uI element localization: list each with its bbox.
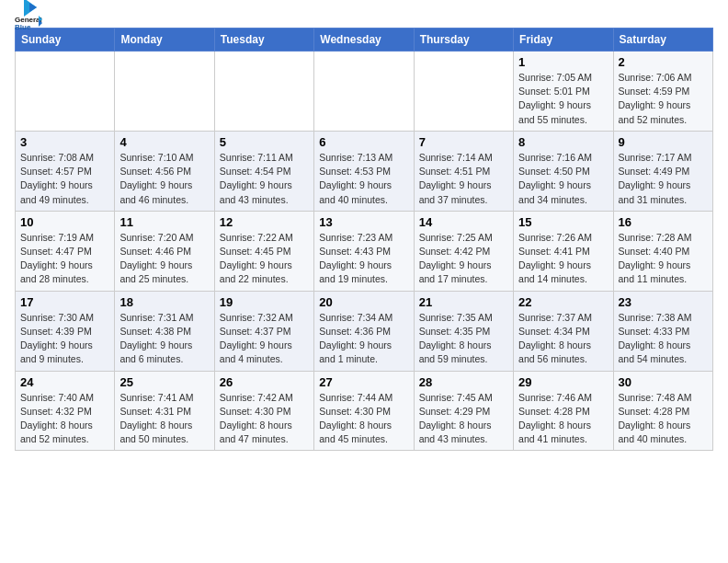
calendar-cell: 7Sunrise: 7:14 AM Sunset: 4:51 PM Daylig… [414,131,513,211]
day-number: 12 [220,215,309,229]
day-info: Sunrise: 7:20 AM Sunset: 4:46 PM Dayligh… [119,231,209,287]
day-number: 9 [619,135,708,149]
calendar-cell: 15Sunrise: 7:26 AM Sunset: 4:41 PM Dayli… [514,211,613,291]
day-number: 21 [419,295,508,309]
calendar-cell: 2Sunrise: 7:06 AM Sunset: 4:59 PM Daylig… [613,52,712,132]
day-info: Sunrise: 7:46 AM Sunset: 4:28 PM Dayligh… [518,391,608,447]
calendar-week-row: 10Sunrise: 7:19 AM Sunset: 4:47 PM Dayli… [16,211,713,291]
day-info: Sunrise: 7:19 AM Sunset: 4:47 PM Dayligh… [20,231,109,287]
calendar-cell: 14Sunrise: 7:25 AM Sunset: 4:42 PM Dayli… [414,211,513,291]
calendar-cell: 22Sunrise: 7:37 AM Sunset: 4:34 PM Dayli… [514,291,613,371]
day-number: 16 [619,215,708,229]
calendar-cell: 21Sunrise: 7:35 AM Sunset: 4:35 PM Dayli… [414,291,513,371]
calendar-header-row: SundayMondayTuesdayWednesdayThursdayFrid… [16,29,713,52]
calendar-cell: 18Sunrise: 7:31 AM Sunset: 4:38 PM Dayli… [115,291,214,371]
calendar-cell: 11Sunrise: 7:20 AM Sunset: 4:46 PM Dayli… [115,211,214,291]
day-info: Sunrise: 7:38 AM Sunset: 4:33 PM Dayligh… [619,311,708,367]
calendar-cell: 19Sunrise: 7:32 AM Sunset: 4:37 PM Dayli… [214,291,313,371]
calendar-cell: 30Sunrise: 7:48 AM Sunset: 4:28 PM Dayli… [613,371,712,451]
day-info: Sunrise: 7:14 AM Sunset: 4:51 PM Dayligh… [419,151,508,207]
svg-marker-5 [29,3,37,12]
weekday-header: Sunday [16,29,115,52]
day-number: 26 [220,375,309,389]
day-info: Sunrise: 7:25 AM Sunset: 4:42 PM Dayligh… [419,231,508,287]
calendar-cell: 3Sunrise: 7:08 AM Sunset: 4:57 PM Daylig… [16,131,115,211]
calendar-cell: 25Sunrise: 7:41 AM Sunset: 4:31 PM Dayli… [115,371,214,451]
calendar-week-row: 17Sunrise: 7:30 AM Sunset: 4:39 PM Dayli… [16,291,713,371]
calendar-table: SundayMondayTuesdayWednesdayThursdayFrid… [15,28,713,451]
day-info: Sunrise: 7:42 AM Sunset: 4:30 PM Dayligh… [220,391,309,447]
calendar-cell: 10Sunrise: 7:19 AM Sunset: 4:47 PM Dayli… [16,211,115,291]
day-number: 29 [518,375,608,389]
weekday-header: Tuesday [214,29,313,52]
day-number: 2 [619,55,708,69]
day-number: 7 [419,135,508,149]
calendar-cell: 20Sunrise: 7:34 AM Sunset: 4:36 PM Dayli… [314,291,414,371]
day-number: 30 [619,375,708,389]
day-info: Sunrise: 7:05 AM Sunset: 5:01 PM Dayligh… [518,71,608,127]
calendar-cell: 4Sunrise: 7:10 AM Sunset: 4:56 PM Daylig… [115,131,214,211]
weekday-header: Friday [514,29,613,52]
calendar-cell: 1Sunrise: 7:05 AM Sunset: 5:01 PM Daylig… [514,52,613,132]
day-number: 23 [619,295,708,309]
logo: General Blue [15,15,42,20]
calendar-cell: 17Sunrise: 7:30 AM Sunset: 4:39 PM Dayli… [16,291,115,371]
day-info: Sunrise: 7:45 AM Sunset: 4:29 PM Dayligh… [419,391,508,447]
day-info: Sunrise: 7:22 AM Sunset: 4:45 PM Dayligh… [220,231,309,287]
calendar-cell: 12Sunrise: 7:22 AM Sunset: 4:45 PM Dayli… [214,211,313,291]
calendar-cell [314,52,414,132]
weekday-header: Wednesday [314,29,414,52]
calendar-cell: 27Sunrise: 7:44 AM Sunset: 4:30 PM Dayli… [314,371,414,451]
day-number: 8 [518,135,608,149]
calendar-cell: 5Sunrise: 7:11 AM Sunset: 4:54 PM Daylig… [214,131,313,211]
day-info: Sunrise: 7:34 AM Sunset: 4:36 PM Dayligh… [319,311,408,367]
day-info: Sunrise: 7:10 AM Sunset: 4:56 PM Dayligh… [119,151,209,207]
day-number: 5 [220,135,309,149]
day-info: Sunrise: 7:06 AM Sunset: 4:59 PM Dayligh… [619,71,708,127]
day-number: 28 [419,375,508,389]
day-info: Sunrise: 7:37 AM Sunset: 4:34 PM Dayligh… [518,311,608,367]
day-info: Sunrise: 7:16 AM Sunset: 4:50 PM Dayligh… [518,151,608,207]
calendar-cell: 23Sunrise: 7:38 AM Sunset: 4:33 PM Dayli… [613,291,712,371]
day-info: Sunrise: 7:35 AM Sunset: 4:35 PM Dayligh… [419,311,508,367]
day-number: 4 [119,135,209,149]
day-number: 6 [319,135,408,149]
day-info: Sunrise: 7:08 AM Sunset: 4:57 PM Dayligh… [20,151,109,207]
day-number: 13 [319,215,408,229]
day-number: 27 [319,375,408,389]
day-info: Sunrise: 7:31 AM Sunset: 4:38 PM Dayligh… [119,311,209,367]
day-number: 25 [119,375,209,389]
calendar-week-row: 24Sunrise: 7:40 AM Sunset: 4:32 PM Dayli… [16,371,713,451]
day-info: Sunrise: 7:28 AM Sunset: 4:40 PM Dayligh… [619,231,708,287]
day-info: Sunrise: 7:32 AM Sunset: 4:37 PM Dayligh… [220,311,309,367]
calendar-cell: 6Sunrise: 7:13 AM Sunset: 4:53 PM Daylig… [314,131,414,211]
calendar-cell: 26Sunrise: 7:42 AM Sunset: 4:30 PM Dayli… [214,371,313,451]
calendar-cell [414,52,513,132]
day-number: 22 [518,295,608,309]
header: General Blue [15,15,713,20]
calendar-cell [214,52,313,132]
day-info: Sunrise: 7:23 AM Sunset: 4:43 PM Dayligh… [319,231,408,287]
day-info: Sunrise: 7:26 AM Sunset: 4:41 PM Dayligh… [518,231,608,287]
day-info: Sunrise: 7:44 AM Sunset: 4:30 PM Dayligh… [319,391,408,447]
day-number: 18 [119,295,209,309]
calendar-cell: 29Sunrise: 7:46 AM Sunset: 4:28 PM Dayli… [514,371,613,451]
logo-arrow-icon [17,0,42,20]
weekday-header: Thursday [414,29,513,52]
day-number: 11 [119,215,209,229]
calendar-cell: 16Sunrise: 7:28 AM Sunset: 4:40 PM Dayli… [613,211,712,291]
day-info: Sunrise: 7:17 AM Sunset: 4:49 PM Dayligh… [619,151,708,207]
day-number: 14 [419,215,508,229]
day-number: 19 [220,295,309,309]
calendar-body: 1Sunrise: 7:05 AM Sunset: 5:01 PM Daylig… [16,52,713,451]
weekday-header: Monday [115,29,214,52]
calendar-cell: 28Sunrise: 7:45 AM Sunset: 4:29 PM Dayli… [414,371,513,451]
day-info: Sunrise: 7:41 AM Sunset: 4:31 PM Dayligh… [119,391,209,447]
day-number: 17 [20,295,109,309]
day-number: 24 [20,375,109,389]
day-number: 20 [319,295,408,309]
day-number: 10 [20,215,109,229]
calendar-cell: 13Sunrise: 7:23 AM Sunset: 4:43 PM Dayli… [314,211,414,291]
day-number: 15 [518,215,608,229]
calendar-cell: 24Sunrise: 7:40 AM Sunset: 4:32 PM Dayli… [16,371,115,451]
